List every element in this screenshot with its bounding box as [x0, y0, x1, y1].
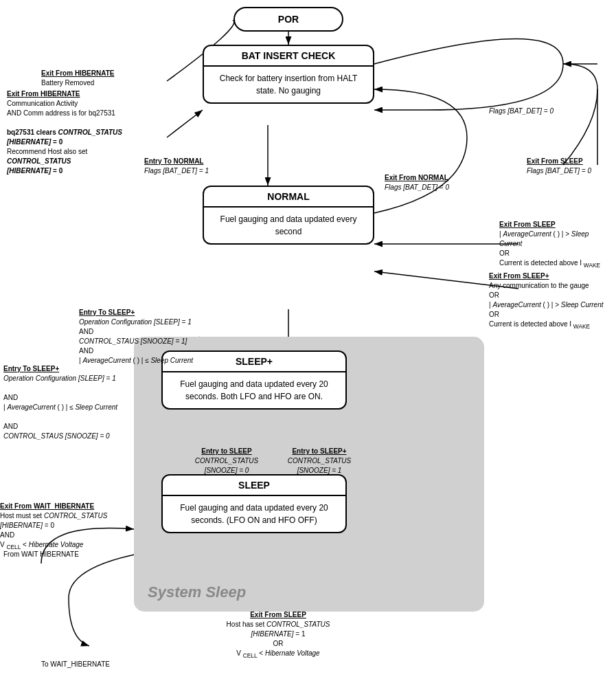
- entry-to-sleep: Entry to SLEEP CONTROL_STATUS [SNOOZE] =…: [185, 447, 268, 476]
- exit-wait-hibernate-title: Exit From WAIT_HIBERNATE: [0, 502, 94, 510]
- exit-sleep-bottom-or: OR: [203, 639, 354, 649]
- exit-hibernate-battery-removed-title: Exit From HIBERNATE: [41, 69, 115, 77]
- entry-to-sleepplus-inner: Entry to SLEEP+ CONTROL_STATUS [SNOOZE] …: [275, 447, 364, 476]
- to-wait-hibernate-text: To WAIT_HIBERNATE: [41, 660, 110, 668]
- exit-from-sleepplus-line1: Any communication to the gauge: [489, 281, 609, 291]
- exit-from-sleep-top-detail: Flags [BAT_DET] = 0: [527, 167, 591, 175]
- entry-sleepplus-ul-title: Entry To SLEEP+: [79, 309, 135, 316]
- exit-wait-hibernate-and: AND: [0, 531, 134, 540]
- sleep-desc: Fuel gauging and data updated every 20 s…: [163, 496, 345, 532]
- exit-from-normal-detail: Flags [BAT_DET] = 0: [385, 183, 449, 191]
- exit-from-sleep-current-or: OR: [499, 249, 609, 258]
- sleep-state: SLEEP Fuel gauging and data updated ever…: [161, 474, 347, 533]
- entry-to-sleep-title: Entry to SLEEP: [201, 447, 251, 455]
- entry-sleepplus-ul-and2: AND: [79, 346, 199, 356]
- exit-from-normal: Exit From NORMAL Flags [BAT_DET] = 0: [385, 173, 494, 192]
- exit-sleep-bottom-line3: V CELL < Hibernate Voltage: [203, 649, 354, 660]
- normal-state: NORMAL Fuel gauging and data updated eve…: [203, 186, 374, 245]
- from-wait-hibernate: From WAIT HIBERNATE: [3, 550, 93, 559]
- diagram-container: POR BAT INSERT CHECK Check for battery i…: [0, 0, 616, 681]
- exit-from-normal-title: Exit From NORMAL: [385, 174, 448, 181]
- exit-wait-hibernate-line1: Host must set CONTROL_STATUS: [0, 511, 134, 521]
- entry-sleepplus-ll-line1: Operation Configuration [SLEEP] = 1: [3, 375, 116, 382]
- bq27531-eq0-2: = 0: [51, 167, 62, 175]
- entry-to-normal-detail: Flags [BAT_DET] = 1: [144, 167, 209, 175]
- from-wait-hibernate-text: From WAIT HIBERNATE: [3, 550, 79, 558]
- normal-desc: Fuel gauging and data updated every seco…: [204, 208, 373, 243]
- exit-from-sleepplus-or2: OR: [489, 310, 609, 320]
- exit-hibernate-battery-removed-detail: Battery Removed: [41, 79, 94, 87]
- bat-insert-check-title: BAT INSERT CHECK: [204, 46, 373, 67]
- exit-hibernate-comm-detail1: Communication Activity: [7, 99, 165, 109]
- to-wait-hibernate: To WAIT_HIBERNATE: [41, 660, 124, 669]
- entry-sleepplus-inner-title: Entry to SLEEP+: [292, 447, 346, 455]
- entry-sleepplus-ll-line2: | AverageCurrent ( ) | ≤ Sleep Current: [3, 403, 130, 412]
- por-label: POR: [278, 14, 299, 25]
- exit-hibernate-comm: Exit From HIBERNATE Communication Activi…: [7, 89, 165, 176]
- bq27531-hibernate-val: [HIBERNATE]: [7, 138, 51, 146]
- exit-from-sleep-current-title: Exit From SLEEP: [499, 221, 556, 228]
- normal-title: NORMAL: [204, 187, 373, 208]
- entry-sleepplus-ul-and1: AND: [79, 327, 199, 337]
- entry-to-normal: Entry To NORMAL Flags [BAT_DET] = 1: [144, 157, 254, 176]
- exit-wait-hibernate: Exit From WAIT_HIBERNATE Host must set C…: [0, 502, 134, 552]
- exit-from-sleepplus-line3: Current is detected above I WAKE: [489, 320, 609, 331]
- entry-sleepplus-ll-and1: AND: [3, 393, 130, 403]
- entry-sleepplus-ll-and2: AND: [3, 422, 130, 432]
- entry-sleepplus-inner-detail: CONTROL_STATUS [SNOOZE] = 1: [288, 457, 351, 474]
- entry-to-sleep-detail: CONTROL_STATUS [SNOOZE] = 0: [195, 457, 258, 474]
- exit-hibernate-comm-detail2: AND Comm address is for bq27531: [7, 109, 165, 118]
- exit-from-sleep-current-line2: Current is detected above I WAKE: [499, 258, 609, 270]
- bq27531-hibernate-bracket: [HIBERNATE]: [7, 167, 51, 175]
- exit-from-sleepplus: Exit From SLEEP+ Any communication to th…: [489, 271, 609, 331]
- exit-sleep-bottom-line2: [HIBERNATE]: [251, 630, 293, 638]
- entry-to-normal-title: Entry To NORMAL: [144, 157, 203, 165]
- por-state: POR: [233, 7, 343, 32]
- entry-to-sleepplus-lower-left: Entry To SLEEP+ Operation Configuration …: [3, 364, 130, 441]
- exit-from-sleepplus-line2: | AverageCurrent ( ) | > Sleep Current: [489, 300, 609, 310]
- exit-from-sleep-current: Exit From SLEEP | AverageCurrent ( ) | >…: [499, 220, 609, 270]
- bat-insert-check-state: BAT INSERT CHECK Check for battery inser…: [203, 45, 374, 104]
- exit-from-sleep-top: Exit From SLEEP Flags [BAT_DET] = 0: [527, 157, 609, 176]
- exit-from-sleepplus-title: Exit From SLEEP+: [489, 272, 549, 280]
- bat-det-zero-annotation: Flags [BAT_DET] = 0: [489, 107, 578, 116]
- exit-hibernate-comm-title: Exit From HIBERNATE: [7, 90, 80, 98]
- entry-sleepplus-ul-line2: CONTROL_STAUS [SNOOZE] = 1]: [79, 337, 187, 345]
- sleep-plus-desc: Fuel gauging and data updated every 20 s…: [163, 372, 345, 408]
- bq27531-clears-label: bq27531 clears CONTROL_STATUS: [7, 129, 122, 136]
- entry-sleepplus-ll-title: Entry To SLEEP+: [3, 365, 59, 372]
- entry-to-sleepplus-upper-left: Entry To SLEEP+ Operation Configuration …: [79, 308, 199, 366]
- exit-from-sleep-current-line1: | AverageCurrent ( ) | > Sleep Current: [499, 230, 609, 249]
- bq27531-recommend: Recommend Host also set: [7, 147, 165, 157]
- exit-hibernate-battery-removed: Exit From HIBERNATE Battery Removed: [41, 69, 165, 88]
- exit-sleep-bottom-title: Exit From SLEEP: [250, 611, 306, 618]
- entry-sleepplus-ll-line3: CONTROL_STAUS [SNOOZE] = 0: [3, 432, 110, 440]
- exit-from-sleep-bottom: Exit From SLEEP Host has set CONTROL_STA…: [203, 610, 354, 660]
- sleep-region-label: System Sleep: [148, 583, 246, 601]
- sleep-title: SLEEP: [163, 476, 345, 496]
- bat-insert-check-desc: Check for battery insertion from HALT st…: [204, 67, 373, 102]
- bat-det-zero-text: Flags: [489, 107, 505, 115]
- bat-det-bracket: [BAT_DET] = 0: [507, 107, 554, 115]
- exit-sleep-bottom-line1: Host has set CONTROL_STATUS: [203, 620, 354, 629]
- exit-from-sleep-top-title: Exit From SLEEP: [527, 157, 583, 165]
- bq27531-eq0: = 0: [51, 138, 62, 146]
- exit-wait-hibernate-line2: [HIBERNATE]: [0, 522, 43, 529]
- exit-from-sleepplus-or1: OR: [489, 291, 609, 300]
- bq27531-control-status: CONTROL_STATUS: [7, 157, 71, 165]
- entry-sleepplus-ul-line1: Operation Configuration [SLEEP] = 1: [79, 318, 192, 326]
